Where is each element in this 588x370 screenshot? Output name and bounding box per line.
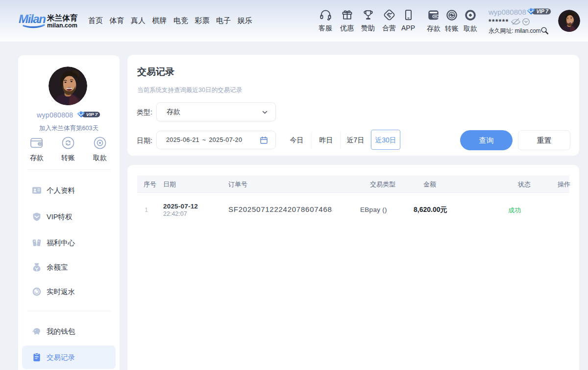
svg-text:Milan: Milan <box>19 12 46 25</box>
svg-text:VIP 7: VIP 7 <box>536 9 549 14</box>
svg-text:VIP 7: VIP 7 <box>86 112 98 117</box>
